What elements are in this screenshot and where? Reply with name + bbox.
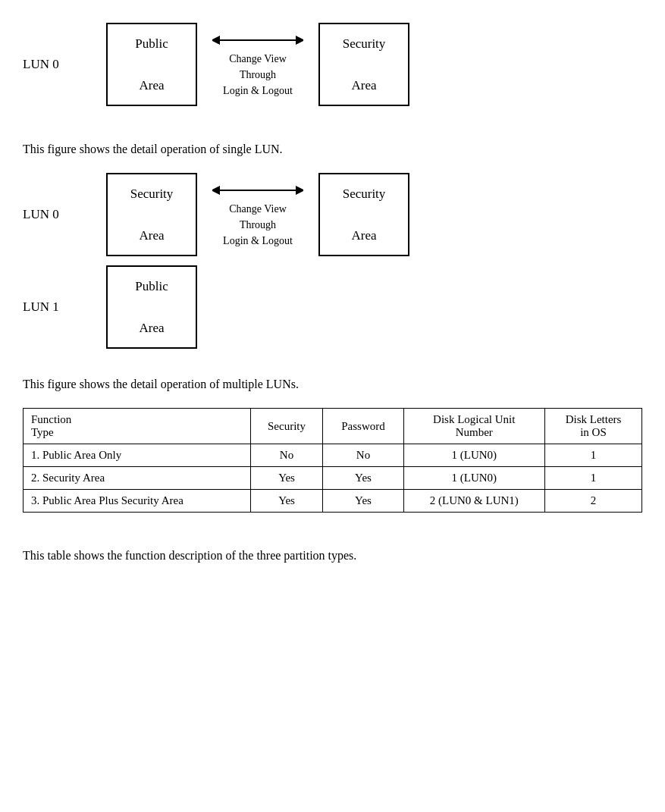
diagram1-arrow-area: Change ViewThroughLogin & Logout: [197, 31, 318, 99]
table-row: 2. Security Area Yes Yes 1 (LUN0) 1: [24, 467, 642, 490]
diagram2-box-top-right: SecurityArea: [318, 173, 409, 256]
diagram1-box-right: SecurityArea: [318, 23, 409, 106]
table-cell-disk-lun-3: 2 (LUN0 & LUN1): [403, 490, 544, 513]
table-header-security: Security: [250, 409, 323, 444]
table-cell-function-2: 2. Security Area: [24, 467, 251, 490]
table-header-disk-letters: Disk Lettersin OS: [545, 409, 642, 444]
table-cell-disk-lun-2: 1 (LUN0): [403, 467, 544, 490]
table-cell-function-1: 1. Public Area Only: [24, 444, 251, 467]
table-cell-disk-letters-3: 2: [545, 490, 642, 513]
table-cell-password-3: Yes: [323, 490, 403, 513]
table-row: 3. Public Area Plus Security Area Yes Ye…: [24, 490, 642, 513]
figure-caption-2: This figure shows the detail operation o…: [23, 378, 642, 391]
diagram2-lun0-label: LUN 0: [23, 207, 106, 222]
diagram2-arrow-area: Change ViewThroughLogin & Logout: [197, 181, 318, 249]
table-cell-disk-letters-2: 1: [545, 467, 642, 490]
diagram2: LUN 0 SecurityArea Change ViewThroughLog…: [23, 173, 642, 349]
table-cell-security-1: No: [250, 444, 323, 467]
table-row: 1. Public Area Only No No 1 (LUN0) 1: [24, 444, 642, 467]
table-cell-password-2: Yes: [323, 467, 403, 490]
diagram2-arrow-icon: [212, 181, 303, 199]
diagram2-row1: LUN 0 SecurityArea Change ViewThroughLog…: [23, 173, 642, 256]
table-cell-function-3: 3. Public Area Plus Security Area: [24, 490, 251, 513]
figure-caption-1: This figure shows the detail operation o…: [23, 143, 642, 156]
table-cell-security-2: Yes: [250, 467, 323, 490]
diagram1-arrow-text: Change ViewThroughLogin & Logout: [223, 51, 293, 99]
diagram1-lun-label: LUN 0: [23, 57, 106, 72]
table-header-disk-lun: Disk Logical UnitNumber: [403, 409, 544, 444]
diagram1-arrow-icon: [212, 31, 303, 49]
diagram1: LUN 0 PublicArea Change ViewThroughLogin…: [23, 23, 642, 106]
table-cell-disk-lun-1: 1 (LUN0): [403, 444, 544, 467]
diagram2-box-bottom-left: PublicArea: [106, 265, 197, 349]
table-header-password: Password: [323, 409, 403, 444]
table-cell-security-3: Yes: [250, 490, 323, 513]
diagram2-arrow-text: Change ViewThroughLogin & Logout: [223, 201, 293, 249]
table-cell-disk-letters-1: 1: [545, 444, 642, 467]
table-cell-password-1: No: [323, 444, 403, 467]
function-table: FunctionType Security Password Disk Logi…: [23, 408, 642, 513]
table-header-function: FunctionType: [24, 409, 251, 444]
diagram2-row2: LUN 1 PublicArea: [23, 265, 642, 349]
diagram1-row: LUN 0 PublicArea Change ViewThroughLogin…: [23, 23, 642, 106]
table-caption: This table shows the function descriptio…: [23, 549, 642, 563]
diagram2-lun1-label: LUN 1: [23, 299, 106, 315]
diagram2-box-top-left: SecurityArea: [106, 173, 197, 256]
diagram1-box-left: PublicArea: [106, 23, 197, 106]
